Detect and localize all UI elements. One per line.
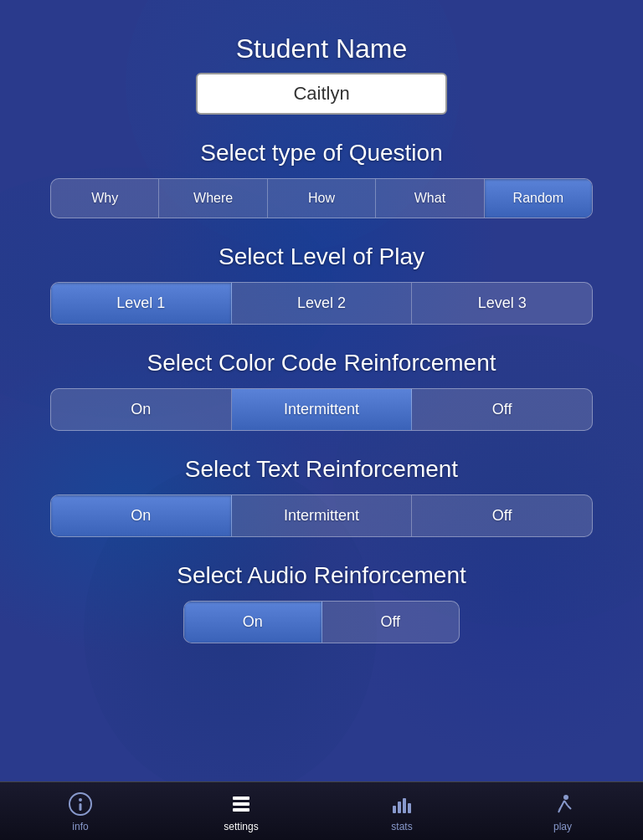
nav-play[interactable]: play xyxy=(482,791,643,832)
svg-rect-4 xyxy=(233,802,249,806)
svg-rect-9 xyxy=(408,803,411,813)
level3-btn[interactable]: Level 3 xyxy=(412,283,592,324)
svg-line-14 xyxy=(568,806,571,809)
nav-settings-label: settings xyxy=(224,821,258,832)
student-name-label: Student Name xyxy=(236,33,408,64)
question-type-title: Select type of Question xyxy=(200,140,443,166)
level1-btn[interactable]: Level 1 xyxy=(51,283,232,324)
svg-line-12 xyxy=(564,801,568,806)
nav-stats-label: stats xyxy=(391,821,412,832)
play-icon xyxy=(549,791,576,817)
svg-rect-7 xyxy=(398,802,401,813)
settings-icon xyxy=(228,791,255,817)
bottom-nav: info settings stats xyxy=(0,781,643,840)
question-how-btn[interactable]: How xyxy=(268,179,376,218)
info-icon xyxy=(67,791,94,817)
color-code-control: On Intermittent Off xyxy=(50,388,593,431)
question-where-btn[interactable]: Where xyxy=(159,179,267,218)
audio-reinforcement-control: On Off xyxy=(183,601,460,643)
audio-reinforcement-title: Select Audio Reinforcement xyxy=(177,562,466,589)
level-of-play-title: Select Level of Play xyxy=(219,243,424,270)
nav-info-label: info xyxy=(72,821,88,832)
svg-rect-8 xyxy=(403,798,406,813)
color-code-intermittent-btn[interactable]: Intermittent xyxy=(232,389,413,430)
nav-play-label: play xyxy=(553,821,572,832)
text-reinf-on-btn[interactable]: On xyxy=(51,495,232,536)
nav-stats[interactable]: stats xyxy=(322,791,482,832)
svg-rect-6 xyxy=(393,806,396,813)
text-reinf-intermittent-btn[interactable]: Intermittent xyxy=(232,495,413,536)
question-random-btn[interactable]: Random xyxy=(485,179,592,218)
question-what-btn[interactable]: What xyxy=(376,179,484,218)
stats-icon xyxy=(388,791,415,817)
svg-rect-2 xyxy=(80,803,82,811)
nav-info[interactable]: info xyxy=(0,791,161,832)
color-code-on-btn[interactable]: On xyxy=(51,389,232,430)
audio-reinf-on-btn[interactable]: On xyxy=(184,602,322,643)
color-code-off-btn[interactable]: Off xyxy=(412,389,592,430)
text-reinforcement-title: Select Text Reinforcement xyxy=(185,456,458,483)
question-type-control: Why Where How What Random xyxy=(50,178,593,218)
svg-rect-3 xyxy=(233,796,249,800)
svg-line-13 xyxy=(558,807,561,812)
audio-reinf-off-btn[interactable]: Off xyxy=(322,602,460,643)
level-of-play-control: Level 1 Level 2 Level 3 xyxy=(50,282,593,325)
text-reinf-off-btn[interactable]: Off xyxy=(412,495,592,536)
nav-settings[interactable]: settings xyxy=(161,791,322,832)
svg-line-11 xyxy=(561,801,564,807)
text-reinforcement-control: On Intermittent Off xyxy=(50,494,593,537)
color-code-title: Select Color Code Reinforcement xyxy=(147,350,496,376)
svg-point-1 xyxy=(79,798,82,802)
student-name-input[interactable] xyxy=(196,73,447,115)
level2-btn[interactable]: Level 2 xyxy=(232,283,413,324)
svg-rect-5 xyxy=(233,808,249,812)
svg-point-10 xyxy=(563,795,568,800)
question-why-btn[interactable]: Why xyxy=(51,179,159,218)
